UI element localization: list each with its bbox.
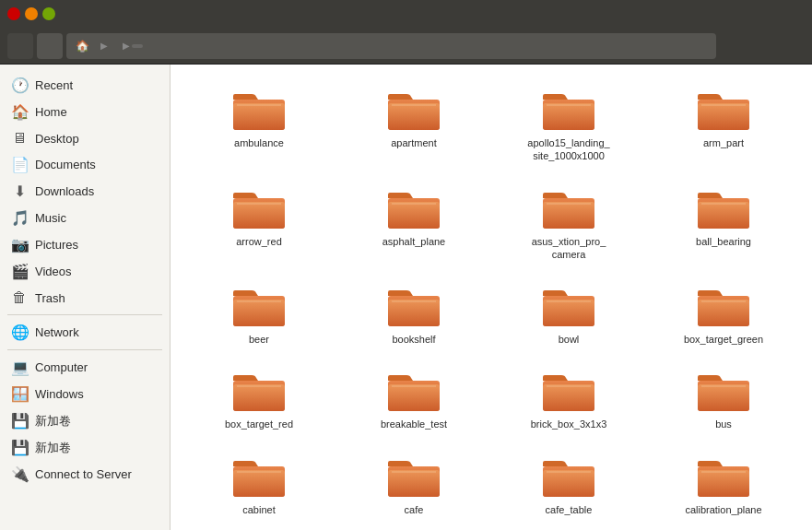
file-label: ball_bearing	[696, 235, 751, 248]
file-item[interactable]: arm_part	[650, 79, 797, 171]
folder-icon	[541, 368, 596, 414]
sidebar-item-network[interactable]: 🌐 Network	[0, 319, 170, 346]
sidebar-item-computer[interactable]: 💻 Computer	[0, 354, 170, 381]
back-button[interactable]	[7, 33, 33, 59]
folder-icon	[231, 368, 287, 414]
sidebar-item-music[interactable]: 🎵 Music	[0, 205, 170, 231]
sidebar-item-videos[interactable]: 🎬 Videos	[0, 258, 170, 285]
sidebar-item-desktop[interactable]: 🖥 Desktop	[0, 125, 170, 151]
svg-rect-46	[698, 384, 749, 411]
sidebar-item-xinjia2[interactable]: 💾 新加卷	[0, 434, 170, 461]
svg-rect-25	[233, 300, 285, 326]
sidebar-icon-home: 🏠	[11, 103, 28, 121]
breadcrumb-gazebo[interactable]	[110, 44, 121, 48]
sidebar-item-pictures[interactable]: 📷 Pictures	[0, 231, 170, 258]
file-item[interactable]: breakable_test	[340, 360, 488, 438]
file-item[interactable]: calibration_plane	[650, 446, 797, 524]
folder-icon	[231, 453, 287, 500]
sidebar-label-documents: Documents	[35, 158, 96, 171]
file-label: arm_part	[703, 136, 744, 149]
sidebar-item-home[interactable]: 🏠 Home	[0, 99, 170, 125]
file-item[interactable]: box_target_red	[185, 360, 333, 438]
file-item[interactable]: cafe_table	[495, 446, 642, 524]
grid-view-button[interactable]	[779, 33, 805, 59]
svg-rect-34	[698, 300, 749, 326]
file-item[interactable]: cabinet	[185, 446, 333, 524]
breadcrumb-sep-2: ▶	[123, 41, 130, 51]
file-item[interactable]: cafe	[340, 446, 488, 524]
sidebar-icon-videos: 🎬	[11, 263, 28, 280]
file-item[interactable]: beer	[185, 276, 333, 353]
file-item[interactable]: apollo15_landing_site_1000x1000	[495, 79, 642, 171]
breadcrumb-models[interactable]	[132, 44, 143, 48]
sidebar-icon-documents: 📄	[11, 156, 28, 173]
toolbar: 🏠 ▶ ▶	[0, 28, 812, 65]
svg-rect-43	[543, 384, 594, 411]
sidebar-item-trash[interactable]: 🗑 Trash	[0, 285, 170, 311]
svg-rect-10	[698, 103, 749, 130]
sidebar-item-windows[interactable]: 🪟 Windows	[0, 381, 170, 407]
list-view-button[interactable]	[749, 33, 775, 59]
sidebar-label-xinjia1: 新加卷	[35, 413, 71, 430]
sidebar-item-xinjia1[interactable]: 💾 新加卷	[0, 407, 170, 434]
svg-rect-16	[388, 202, 440, 229]
sidebar-icon-network: 🌐	[11, 324, 28, 341]
main-layout: 🕐 Recent 🏠 Home 🖥 Desktop 📄 Documents ⬇ …	[0, 65, 812, 530]
folder-icon	[696, 453, 751, 500]
svg-rect-31	[543, 300, 594, 326]
sidebar-icon-computer: 💻	[11, 359, 28, 376]
sidebar-icon-downloads: ⬇	[11, 183, 28, 200]
sidebar-icon-pictures: 📷	[11, 236, 28, 253]
file-item[interactable]: arrow_red	[185, 178, 333, 269]
sidebar-icon-desktop: 🖥	[11, 130, 28, 147]
sidebar: 🕐 Recent 🏠 Home 🖥 Desktop 📄 Documents ⬇ …	[0, 65, 171, 530]
sidebar-icon-music: 🎵	[11, 209, 28, 227]
file-item[interactable]: brick_box_3x1x3	[495, 360, 642, 438]
sidebar-label-home: Home	[35, 105, 67, 119]
close-button[interactable]	[7, 7, 20, 20]
forward-button[interactable]	[37, 33, 63, 59]
file-item[interactable]: bookshelf	[340, 276, 488, 353]
breadcrumb-home[interactable]: 🏠	[70, 38, 99, 54]
file-label: bus	[715, 418, 732, 430]
sidebar-label-trash: Trash	[35, 291, 65, 305]
file-item[interactable]: bus	[650, 360, 797, 438]
sidebar-icon-windows: 🪟	[11, 385, 28, 403]
sidebar-item-recent[interactable]: 🕐 Recent	[0, 72, 170, 99]
file-item[interactable]: box_target_green	[650, 276, 797, 353]
file-item[interactable]: asus_xtion_pro_camera	[495, 178, 642, 269]
file-label: bookshelf	[392, 333, 435, 346]
sidebar-label-music: Music	[35, 211, 66, 225]
folder-icon	[541, 87, 596, 133]
file-label: cafe	[405, 503, 424, 516]
svg-rect-49	[233, 470, 285, 497]
sidebar-label-pictures: Pictures	[35, 238, 78, 252]
sidebar-item-downloads[interactable]: ⬇ Downloads	[0, 178, 170, 205]
folder-icon	[696, 283, 751, 329]
breadcrumb-sep-1: ▶	[100, 41, 108, 51]
sidebar-label-desktop: Desktop	[35, 132, 79, 146]
file-label: box_target_green	[684, 333, 763, 346]
sidebar-icon-recent: 🕐	[11, 77, 28, 94]
sidebar-item-connect[interactable]: 🔌 Connect to Server	[0, 461, 170, 488]
breadcrumb: 🏠 ▶ ▶	[66, 33, 716, 59]
search-button[interactable]	[720, 33, 746, 59]
sidebar-icon-xinjia1: 💾	[11, 412, 28, 430]
sidebar-item-documents[interactable]: 📄 Documents	[0, 151, 170, 178]
file-item[interactable]: ball_bearing	[650, 178, 797, 269]
folder-icon	[386, 283, 441, 329]
folder-icon	[386, 87, 441, 133]
file-item[interactable]: ambulance	[185, 79, 333, 171]
maximize-button[interactable]	[42, 7, 55, 20]
file-item[interactable]: apartment	[340, 79, 488, 171]
file-item[interactable]: asphalt_plane	[340, 178, 488, 269]
folder-icon	[541, 185, 596, 231]
svg-rect-37	[233, 384, 285, 411]
file-grid: ambulance apartment	[171, 65, 812, 530]
svg-rect-58	[698, 470, 749, 497]
minimize-button[interactable]	[25, 7, 38, 20]
titlebar	[0, 0, 812, 28]
file-label: breakable_test	[381, 418, 447, 430]
sidebar-label-downloads: Downloads	[35, 184, 94, 198]
file-item[interactable]: bowl	[495, 276, 642, 353]
